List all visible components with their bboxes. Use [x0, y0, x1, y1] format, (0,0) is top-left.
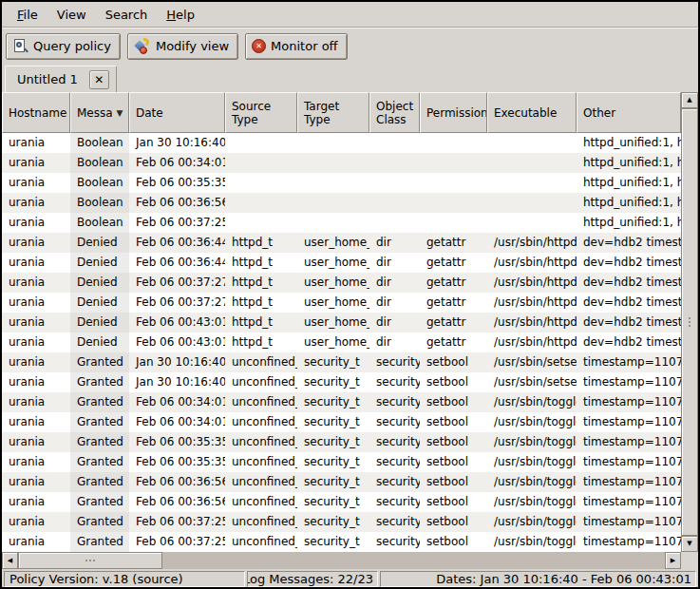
horizontal-scrollbar-thumb[interactable]: [18, 552, 162, 569]
table-row[interactable]: uraniaGrantedJan 30 10:16:40unconfined_s…: [2, 352, 681, 372]
tab-close-button[interactable]: ✕: [89, 70, 109, 89]
table-cell: dir: [369, 273, 420, 293]
column-header-permission[interactable]: Permission: [420, 92, 487, 133]
table-cell: Feb 06 00:34:01: [129, 412, 225, 432]
query-policy-button[interactable]: Query policy: [6, 33, 121, 60]
query-policy-icon: [12, 38, 28, 54]
table-cell: urania: [2, 452, 70, 472]
table-cell: getattr: [420, 253, 487, 273]
table-row[interactable]: uraniaGrantedFeb 06 00:34:01unconfined_s…: [2, 392, 681, 412]
table-cell: Granted: [70, 352, 129, 372]
table-row[interactable]: uraniaGrantedFeb 06 00:34:01unconfined_s…: [2, 412, 681, 432]
column-header-source-type[interactable]: Source Type: [225, 92, 297, 133]
table-cell: setbool: [420, 432, 487, 452]
table-cell: security_t: [297, 412, 369, 432]
table-cell: [420, 173, 487, 193]
table-cell: security_t: [297, 392, 369, 412]
table-cell: Feb 06 00:37:27: [129, 273, 225, 293]
column-header-executable[interactable]: Executable: [487, 92, 577, 133]
table-cell: Granted: [70, 412, 129, 432]
column-header-hostname[interactable]: Hostname: [2, 92, 70, 133]
arrow-down-icon: ▼: [687, 541, 691, 547]
scroll-right-button[interactable]: ▶: [665, 552, 681, 569]
table-cell: user_home_: [297, 313, 369, 332]
table-row[interactable]: uraniaBooleanFeb 06 00:37:25httpd_unifie…: [2, 213, 681, 233]
table-cell: Granted: [70, 372, 129, 392]
table-cell: user_home_: [297, 273, 369, 293]
table-cell: Feb 06 00:36:56: [129, 492, 225, 512]
column-header-date[interactable]: Date: [129, 92, 225, 133]
table-cell: security: [369, 432, 420, 452]
tab-untitled-1[interactable]: Untitled 1 ✕: [5, 66, 117, 92]
table-cell: user_home_: [297, 332, 369, 352]
table-cell: timestamp=11071: [577, 372, 681, 392]
table-cell: [369, 153, 420, 173]
table-cell: getattr: [420, 332, 487, 352]
menu-item-help[interactable]: Help: [157, 5, 204, 25]
modify-view-button[interactable]: Modify view: [127, 33, 238, 60]
table-row[interactable]: uraniaGrantedFeb 06 00:36:56unconfined_s…: [2, 492, 681, 512]
table-cell: httpd_t: [225, 332, 297, 352]
vertical-scrollbar-thumb[interactable]: [681, 108, 698, 536]
column-header-other[interactable]: Other: [577, 92, 681, 133]
horizontal-scrollbar[interactable]: ◀ ▶: [2, 552, 681, 569]
table-cell: /usr/sbin/toggle: [487, 452, 577, 472]
menu-item-file[interactable]: File: [8, 5, 47, 25]
table-header-row: Hostname Messa▼ Date Source Type Target …: [2, 92, 681, 133]
table-row[interactable]: uraniaGrantedFeb 06 00:36:56unconfined_s…: [2, 472, 681, 492]
table-cell: unconfined_: [225, 372, 297, 392]
table-cell: [297, 173, 369, 193]
table-cell: urania: [2, 153, 70, 173]
menu-item-search[interactable]: Search: [96, 5, 158, 25]
table-row[interactable]: uraniaDeniedFeb 06 00:43:01httpd_tuser_h…: [2, 332, 681, 352]
table-cell: Feb 06 00:43:01: [129, 332, 225, 352]
column-header-object-class[interactable]: Object Class: [369, 92, 420, 133]
table-cell: unconfined_: [225, 512, 297, 532]
table-cell: Denied: [70, 313, 129, 332]
vertical-scrollbar-trough[interactable]: [681, 108, 698, 536]
table-cell: urania: [2, 492, 70, 512]
table-cell: timestamp=11076: [577, 472, 681, 492]
table-cell: Granted: [70, 392, 129, 412]
table-row[interactable]: uraniaGrantedFeb 06 00:37:25unconfined_s…: [2, 512, 681, 532]
table-cell: getattr: [420, 233, 487, 253]
scroll-left-button[interactable]: ◀: [2, 552, 18, 569]
table-cell: Boolean: [70, 153, 129, 173]
column-header-message[interactable]: Messa▼: [70, 92, 129, 133]
table-row[interactable]: uraniaGrantedFeb 06 00:35:35unconfined_s…: [2, 432, 681, 452]
table-row[interactable]: uraniaDeniedFeb 06 00:37:27httpd_tuser_h…: [2, 293, 681, 313]
scroll-up-button[interactable]: ▲: [681, 92, 698, 108]
table-cell: timestamp=11076: [577, 412, 681, 432]
horizontal-scrollbar-trough[interactable]: [18, 552, 665, 569]
table-cell: security_t: [297, 532, 369, 552]
column-header-target-type[interactable]: Target Type: [297, 92, 369, 133]
table-row[interactable]: uraniaBooleanFeb 06 00:35:35httpd_unifie…: [2, 173, 681, 193]
table-row[interactable]: uraniaBooleanFeb 06 00:34:01httpd_unifie…: [2, 153, 681, 173]
table-cell: /usr/sbin/toggle: [487, 512, 577, 532]
modify-view-icon: [134, 38, 151, 54]
table-row[interactable]: uraniaBooleanJan 30 10:16:40httpd_unifie…: [2, 133, 681, 153]
scroll-down-button[interactable]: ▼: [681, 536, 698, 552]
table-row[interactable]: uraniaDeniedFeb 06 00:37:27httpd_tuser_h…: [2, 273, 681, 293]
table-row[interactable]: uraniaDeniedFeb 06 00:36:44httpd_tuser_h…: [2, 253, 681, 273]
monitor-off-button[interactable]: ✕ Monitor off: [245, 33, 347, 60]
table-row[interactable]: uraniaDeniedFeb 06 00:36:44httpd_tuser_h…: [2, 233, 681, 253]
table-row[interactable]: uraniaGrantedFeb 06 00:35:35unconfined_s…: [2, 452, 681, 472]
thumb-grip: [89, 560, 91, 561]
table-cell: Jan 30 10:16:40: [129, 372, 225, 392]
menu-item-view[interactable]: View: [47, 5, 96, 25]
horizontal-scrollbar-row: ◀ ▶: [2, 552, 698, 569]
table-cell: Granted: [70, 452, 129, 472]
table-row[interactable]: uraniaGrantedJan 30 10:16:40unconfined_s…: [2, 372, 681, 392]
sort-desc-icon: ▼: [117, 106, 123, 120]
table-cell: security_t: [297, 372, 369, 392]
vertical-scrollbar[interactable]: ▲ ▼: [681, 92, 698, 552]
table-cell: httpd_t: [225, 293, 297, 313]
table-row[interactable]: uraniaDeniedFeb 06 00:43:01httpd_tuser_h…: [2, 313, 681, 332]
menu-search-label: Search: [105, 8, 148, 22]
table-row[interactable]: uraniaBooleanFeb 06 00:36:56httpd_unifie…: [2, 193, 681, 213]
table-cell: setbool: [420, 512, 487, 532]
scrollbar-corner: [681, 552, 698, 569]
table-cell: [487, 153, 577, 173]
table-row[interactable]: uraniaGrantedFeb 06 00:37:25unconfined_s…: [2, 532, 681, 552]
